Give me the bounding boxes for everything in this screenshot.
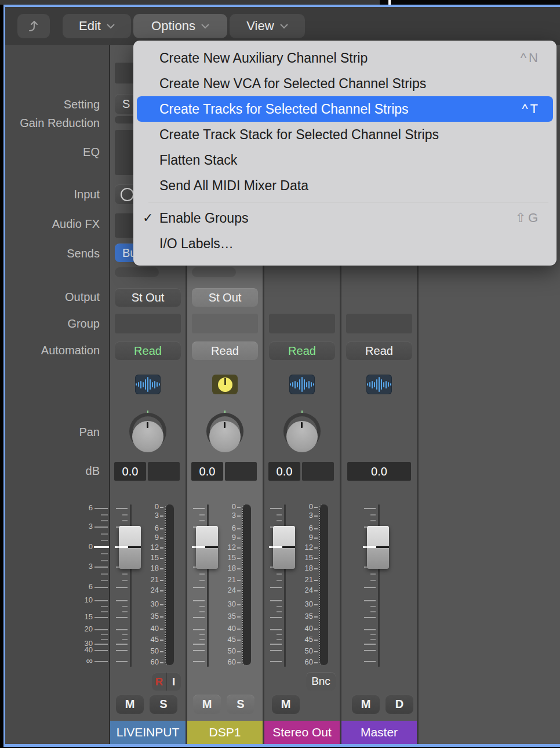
ruler-number: 40 bbox=[70, 646, 93, 654]
sends-slot[interactable] bbox=[192, 267, 236, 277]
mute-button[interactable]: M bbox=[352, 695, 380, 714]
top-bar bbox=[0, 0, 560, 5]
meter-tick bbox=[160, 651, 163, 652]
menu-button-options[interactable]: Options bbox=[133, 14, 227, 38]
ruler-tick-minor bbox=[101, 553, 108, 554]
dim-button[interactable]: D bbox=[386, 695, 413, 714]
mixer-content: Edit Options View SettingGain ReductionE… bbox=[5, 7, 560, 744]
group-slot[interactable] bbox=[192, 314, 258, 333]
db-aux-box[interactable] bbox=[302, 462, 334, 481]
group-slot[interactable] bbox=[269, 314, 335, 333]
db-value[interactable]: 0.0 bbox=[268, 462, 300, 481]
meter-number: 40 bbox=[213, 624, 236, 633]
fader-tick bbox=[193, 617, 205, 618]
meter-number: 45 bbox=[136, 636, 159, 644]
fader-tick bbox=[364, 650, 376, 651]
fader-tick-minor bbox=[277, 611, 282, 612]
menu-item[interactable]: Flatten Stack bbox=[137, 147, 553, 173]
meter-number: 9 bbox=[136, 533, 159, 542]
mute-button[interactable]: M bbox=[272, 695, 300, 714]
input-monitoring-button[interactable]: I bbox=[166, 673, 181, 691]
mute-button[interactable]: M bbox=[116, 695, 144, 714]
menu-button-edit[interactable]: Edit bbox=[63, 14, 131, 38]
meter-number: 40 bbox=[136, 624, 159, 633]
meter-number: 35 bbox=[136, 612, 159, 620]
db-value[interactable]: 0.0 bbox=[114, 462, 146, 481]
fader-tick-minor bbox=[277, 634, 282, 635]
menu-button-view[interactable]: View bbox=[230, 14, 305, 38]
meter-number: 15 bbox=[136, 554, 159, 562]
menu-item-label: Create New Auxiliary Channel Strip bbox=[137, 50, 368, 66]
db-aux-box[interactable] bbox=[148, 462, 180, 481]
go-up-button[interactable] bbox=[17, 14, 50, 38]
focus-border-top bbox=[3, 5, 560, 7]
automation-button[interactable]: Read bbox=[346, 342, 412, 360]
channel-icon-button[interactable] bbox=[135, 375, 161, 394]
fader-tick bbox=[270, 661, 282, 662]
meter-tick bbox=[314, 528, 318, 529]
meter-number: 0 bbox=[290, 503, 313, 511]
fader-tick-minor bbox=[370, 520, 376, 521]
menu-item[interactable]: I/O Labels… bbox=[137, 231, 553, 256]
automation-button[interactable]: Read bbox=[115, 342, 181, 360]
db-aux-box[interactable] bbox=[225, 462, 257, 481]
db-value[interactable]: 0.0 bbox=[191, 462, 223, 481]
sends-slot[interactable] bbox=[115, 267, 159, 277]
meter-number: 9 bbox=[213, 533, 236, 542]
channel-name[interactable]: LIVEINPUT bbox=[110, 721, 186, 744]
mute-button[interactable]: M bbox=[193, 695, 221, 714]
menu-item[interactable]: Send All MIDI Mixer Data bbox=[137, 173, 553, 198]
meter-tick bbox=[160, 568, 163, 569]
fader-tick bbox=[364, 508, 376, 509]
channel-icon-button[interactable] bbox=[366, 375, 392, 394]
channel-icon-button[interactable] bbox=[212, 375, 238, 394]
up-arrow-icon bbox=[26, 19, 41, 34]
output-button[interactable]: St Out bbox=[115, 288, 181, 307]
ruler-tick-minor bbox=[101, 580, 108, 581]
bounce-button[interactable]: Bnc bbox=[306, 672, 336, 691]
group-slot[interactable] bbox=[346, 314, 412, 333]
pan-pointer bbox=[147, 422, 148, 428]
channel-icon-button[interactable] bbox=[289, 375, 315, 394]
automation-button[interactable]: Read bbox=[269, 342, 335, 360]
solo-button[interactable]: S bbox=[227, 695, 254, 714]
fader-tick bbox=[270, 644, 282, 645]
meter-tick bbox=[160, 629, 163, 630]
solo-button[interactable]: S bbox=[150, 695, 177, 714]
output-button[interactable]: St Out bbox=[192, 288, 258, 307]
menu-item[interactable]: Create New VCA for Selected Channel Stri… bbox=[137, 71, 553, 96]
menu-item[interactable]: Create Tracks for Selected Channel Strip… bbox=[137, 96, 553, 122]
fader-groove-highlight bbox=[119, 546, 128, 548]
group-slot[interactable] bbox=[115, 314, 181, 333]
meter-bar bbox=[242, 504, 251, 665]
menu-button-label: View bbox=[246, 19, 274, 34]
meter-number: 6 bbox=[136, 524, 159, 532]
channel-name[interactable]: DSP1 bbox=[187, 721, 263, 744]
db-value[interactable]: 0.0 bbox=[347, 462, 411, 481]
automation-button[interactable]: Read bbox=[192, 342, 258, 360]
fader-cap[interactable] bbox=[367, 526, 389, 569]
ruler-tick bbox=[94, 587, 108, 588]
meter-number: 21 bbox=[136, 576, 159, 584]
meter-tick bbox=[160, 662, 163, 663]
channel-name[interactable]: Master bbox=[341, 721, 417, 744]
menu-item[interactable]: Create Track Stack for Selected Channel … bbox=[137, 122, 553, 147]
meter-tick bbox=[160, 604, 163, 605]
record-enable-button[interactable]: R bbox=[152, 673, 166, 691]
menu-item[interactable]: ✓Enable Groups⇧G bbox=[137, 205, 553, 231]
ruler-number: 0 bbox=[70, 543, 93, 551]
waveform-icon bbox=[290, 377, 314, 392]
meter-tick bbox=[314, 558, 318, 559]
meter-number: 24 bbox=[136, 586, 159, 594]
ruler-number: ∞ bbox=[70, 657, 93, 665]
meter-tick bbox=[314, 662, 318, 663]
menu-item[interactable]: Create New Auxiliary Channel Strip^N bbox=[137, 45, 553, 71]
meter-number: 21 bbox=[290, 576, 313, 584]
meter-number: 3 bbox=[290, 511, 313, 520]
channel-name[interactable]: Stereo Out bbox=[264, 721, 340, 744]
menu-shortcut: ⇧G bbox=[515, 210, 540, 226]
meter-number: 60 bbox=[213, 658, 236, 666]
meter-tick bbox=[314, 616, 318, 618]
chevron-down-icon bbox=[201, 24, 209, 29]
meter-number: 45 bbox=[213, 636, 236, 644]
